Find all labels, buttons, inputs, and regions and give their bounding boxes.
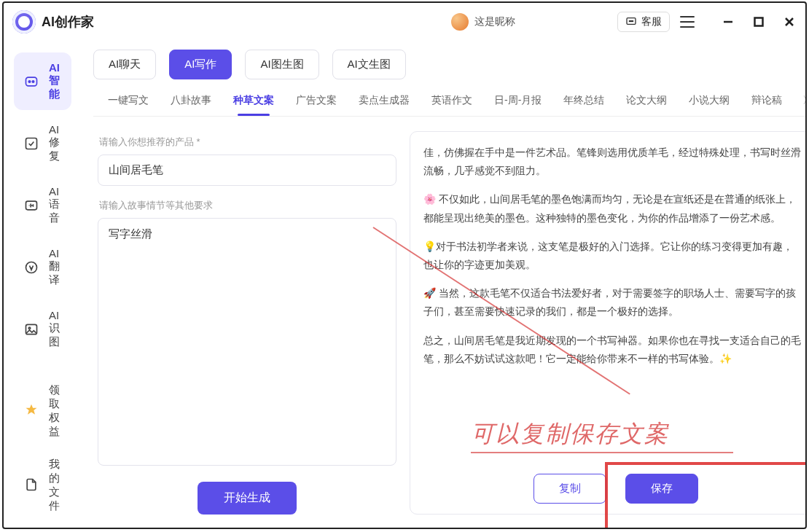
form-panel: 请输入你想推荐的产品 * 请输入故事情节等其他要求 开始生成: [98, 131, 396, 515]
sidebar-item-ai-repair[interactable]: AI修复: [14, 114, 71, 172]
subnav-item[interactable]: 论文大纲: [625, 90, 668, 116]
svg-rect-11: [26, 138, 37, 149]
output-paragraph: 佳，仿佛握在手中是一件艺术品。笔锋则选用优质羊毛，经过特殊处理，书写时丝滑流畅，…: [423, 144, 802, 180]
sidebar-bottom-label: 领取权益: [49, 383, 61, 439]
menu-icon[interactable]: [680, 16, 695, 28]
titlebar: AI创作家 这是昵称 客服: [4, 3, 805, 41]
subnav-item[interactable]: 八卦故事: [169, 90, 213, 116]
sidebar: AI智能 AI修复 AI语音 AI翻译 AI识图 领取权益: [4, 41, 82, 528]
copy-button[interactable]: 复制: [534, 474, 606, 504]
app-logo-icon: [12, 10, 36, 34]
subnav-item[interactable]: 辩论稿: [750, 90, 783, 116]
ai-voice-icon: [24, 197, 39, 214]
output-panel: 佳，仿佛握在手中是一件艺术品。笔锋则选用优质羊毛，经过特殊处理，书写时丝滑流畅，…: [410, 131, 805, 515]
subnav-item[interactable]: 英语作文: [430, 90, 474, 116]
svg-point-1: [629, 20, 630, 21]
svg-point-9: [28, 80, 31, 82]
sidebar-item-label: AI识图: [49, 309, 61, 349]
tab-ai-chat[interactable]: AI聊天: [93, 50, 156, 79]
tab-ai-text2img[interactable]: AI文生图: [332, 50, 406, 79]
subnav-item[interactable]: 年终总结: [562, 90, 606, 116]
requirement-textarea[interactable]: [98, 218, 396, 466]
svg-point-15: [28, 327, 31, 329]
sidebar-item-label: AI翻译: [49, 247, 61, 287]
output-paragraph: 💡对于书法初学者来说，这支笔是极好的入门选择。它让你的练习变得更加有趣，也让你的…: [423, 238, 802, 274]
top-tabs: AI聊天 AI写作 AI图生图 AI文生图: [82, 41, 805, 82]
sidebar-item-label: AI语音: [49, 185, 61, 225]
rights-icon: [24, 403, 39, 420]
save-button[interactable]: 保存: [625, 474, 698, 504]
subnav-item[interactable]: 广告文案: [294, 90, 338, 116]
subnav-item[interactable]: 卖点生成器: [357, 90, 411, 116]
subnav-item[interactable]: 日-周-月报: [493, 90, 543, 116]
maximize-button[interactable]: [751, 15, 766, 29]
subnav-item[interactable]: 一键写文: [106, 90, 150, 116]
avatar: [451, 13, 469, 31]
svg-rect-5: [755, 18, 763, 26]
ai-image-icon: [24, 321, 39, 337]
output-paragraph: 🚀 当然，这款毛笔不仅适合书法爱好者，对于需要签字的职场人士、需要写字的孩子们，…: [423, 284, 802, 321]
chevron-right-icon[interactable]: 〉: [802, 90, 805, 116]
sidebar-item-ai-voice[interactable]: AI语音: [14, 176, 71, 234]
subnav-item-active[interactable]: 种草文案: [232, 90, 275, 116]
tab-ai-write[interactable]: AI写作: [169, 50, 232, 79]
product-input[interactable]: [98, 154, 396, 186]
tab-ai-img2img[interactable]: AI图生图: [245, 50, 318, 79]
sidebar-bottom-rights[interactable]: 领取权益: [14, 376, 71, 446]
nickname-text: 这是昵称: [474, 15, 515, 28]
file-icon: [24, 477, 39, 494]
output-paragraph: 总之，山间居毛笔是我近期发现的一个书写神器。如果你也在寻找一支适合自己的毛笔，那…: [423, 332, 802, 368]
chat-bubble-icon: [625, 16, 637, 28]
main-area: AI聊天 AI写作 AI图生图 AI文生图 一键写文 八卦故事 种草文案 广告文…: [82, 41, 805, 528]
content-area: 请输入你想推荐的产品 * 请输入故事情节等其他要求 开始生成 佳，仿佛握在手中是…: [82, 117, 805, 528]
app-logo-group: AI创作家: [12, 10, 94, 34]
svg-point-2: [630, 20, 631, 21]
close-button[interactable]: [782, 15, 797, 29]
sidebar-item-ai-smart[interactable]: AI智能: [14, 52, 71, 110]
output-paragraph: 🌸 不仅如此，山间居毛笔的墨色饱满而均匀，无论是在宣纸还是在普通的纸张上，都能呈…: [423, 190, 802, 227]
window-controls: [721, 15, 797, 29]
ai-translate-icon: [24, 259, 39, 275]
svg-rect-8: [26, 77, 37, 86]
requirement-label: 请输入故事情节等其他要求: [99, 199, 395, 212]
sidebar-item-ai-translate[interactable]: AI翻译: [14, 238, 71, 296]
svg-point-3: [632, 20, 633, 21]
user-nickname-group[interactable]: 这是昵称: [451, 13, 515, 31]
sidebar-item-label: AI智能: [49, 61, 61, 101]
output-actions: 复制 保存: [423, 462, 805, 504]
ai-repair-icon: [24, 136, 39, 152]
minimize-button[interactable]: [721, 15, 735, 29]
app-title: AI创作家: [42, 13, 94, 31]
product-label: 请输入你想推荐的产品 *: [99, 136, 395, 149]
svg-point-10: [32, 80, 34, 82]
sidebar-bottom-label: 我的文件: [49, 458, 61, 513]
customer-service-button[interactable]: 客服: [617, 12, 670, 32]
app-body: AI智能 AI修复 AI语音 AI翻译 AI识图 领取权益: [4, 41, 805, 528]
sidebar-item-ai-image[interactable]: AI识图: [14, 300, 71, 358]
sidebar-item-label: AI修复: [49, 123, 61, 163]
ai-smart-icon: [24, 74, 39, 90]
sidebar-bottom-files[interactable]: 我的文件: [14, 450, 71, 520]
customer-service-label: 客服: [641, 15, 662, 28]
subnav-item[interactable]: 小说大纲: [687, 90, 731, 116]
subnav: 一键写文 八卦故事 种草文案 广告文案 卖点生成器 英语作文 日-周-月报 年终…: [82, 82, 805, 116]
generate-button[interactable]: 开始生成: [198, 482, 297, 515]
app-window: AI创作家 这是昵称 客服 AI智能 AI修: [2, 1, 807, 529]
output-text[interactable]: 佳，仿佛握在手中是一件艺术品。笔锋则选用优质羊毛，经过特殊处理，书写时丝滑流畅，…: [423, 144, 805, 462]
